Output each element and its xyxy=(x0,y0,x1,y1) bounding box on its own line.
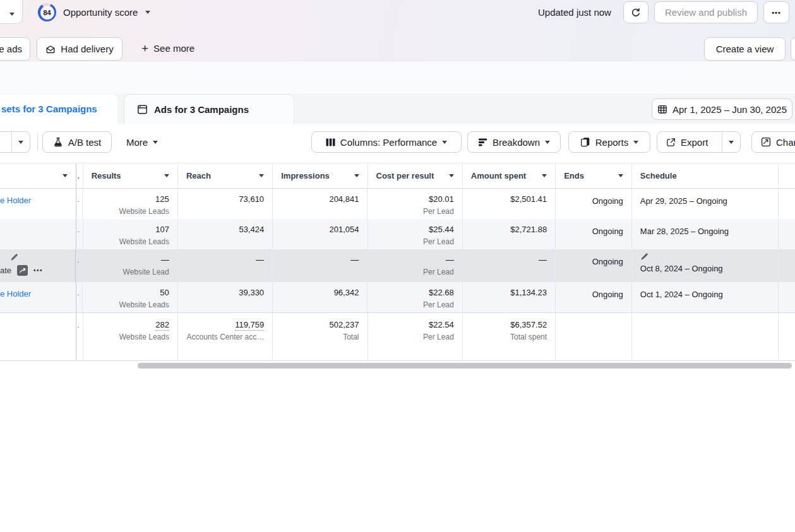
column-header-name[interactable] xyxy=(0,163,76,188)
chart-action-icon[interactable] xyxy=(17,265,28,276)
clipped-right-button[interactable] xyxy=(791,37,795,61)
metric-value: 125 xyxy=(91,194,169,204)
metric-value: 201,054 xyxy=(281,224,359,235)
filter-have-ads-label: e ads xyxy=(0,44,22,54)
edit-action[interactable] xyxy=(0,253,71,261)
cell-reach: — xyxy=(178,249,273,282)
more-options-button[interactable]: ••• xyxy=(763,1,789,23)
cell-cost: $22.68Per Lead xyxy=(368,282,462,312)
more-menu-button[interactable]: More xyxy=(126,131,158,153)
charts-icon xyxy=(761,137,771,147)
cell-impressions: 201,054 xyxy=(273,219,368,249)
metric-value: $1,134.23 xyxy=(471,287,547,298)
row-more-actions-button[interactable]: ••• xyxy=(33,267,43,274)
review-and-publish-button[interactable]: Review and publish xyxy=(654,1,758,23)
column-header-spent[interactable]: Amount spent xyxy=(463,163,556,188)
metric-value: 204,841 xyxy=(281,194,359,204)
tab-ads-label: Ads for 3 Campaigns xyxy=(154,104,249,115)
reports-icon xyxy=(580,137,590,147)
totals-value-underlined[interactable]: 119,759 xyxy=(235,320,264,331)
see-more-label: See more xyxy=(153,43,194,54)
reports-button[interactable]: Reports xyxy=(568,131,650,153)
totals-cell-results: 282Website Leads xyxy=(83,313,178,360)
column-header-reach[interactable]: Reach xyxy=(178,163,273,188)
totals-value: 502,237 xyxy=(281,319,359,330)
adset-name-link[interactable]: e Holder xyxy=(0,196,31,205)
column-header-cost[interactable]: Cost per result xyxy=(368,163,463,188)
clipped-column-fragment: . xyxy=(78,321,80,329)
cell-schedule: Oct 8, 2024 – Ongoing xyxy=(632,249,779,282)
totals-value: 282 xyxy=(92,319,169,330)
column-header-ends[interactable]: Ends xyxy=(556,163,632,188)
totals-value: $6,357.52 xyxy=(471,319,547,330)
filter-have-ads[interactable]: e ads xyxy=(0,37,30,61)
horizontal-scrollbar[interactable] xyxy=(138,363,792,369)
totals-cell-name xyxy=(0,313,76,360)
table-row[interactable]: .107Website Leads53,424201,054$25.44Per … xyxy=(0,219,795,249)
metric-sublabel: Website Leads xyxy=(91,300,169,310)
filter-had-delivery[interactable]: Had delivery xyxy=(37,37,123,61)
ab-test-button[interactable]: A/B test xyxy=(42,131,112,153)
cell-spent: $1,134.23 xyxy=(463,282,556,312)
cell-reach: 53,424 xyxy=(178,219,273,249)
totals-value: 119,759 xyxy=(186,319,264,330)
tab-ads[interactable]: Ads for 3 Campaigns xyxy=(124,94,294,124)
chevron-down-icon xyxy=(145,11,150,14)
tab-ad-sets[interactable]: sets for 3 Campaigns xyxy=(0,94,117,124)
totals-cell-reach: 119,759Accounts Center acc… xyxy=(178,313,273,360)
totals-sublabel: Total spent xyxy=(471,332,547,342)
clipped-split-button[interactable] xyxy=(0,131,30,153)
clipped-split-main[interactable] xyxy=(0,132,6,152)
chevron-down-icon xyxy=(545,141,550,144)
column-header-tail xyxy=(779,163,795,188)
ends-value: Ongoing xyxy=(564,226,623,237)
totals-value: $22.54 xyxy=(376,319,454,330)
cell-sliver: . xyxy=(76,219,83,249)
adsets-table: .ResultsReachImpressionsCost per resultA… xyxy=(0,163,795,361)
cell-reach: 73,610 xyxy=(178,189,273,219)
clipped-split-caret[interactable] xyxy=(11,132,30,152)
duplicate-action-partial-label[interactable]: ate xyxy=(0,266,11,275)
refresh-button[interactable] xyxy=(623,1,649,23)
totals-value-underlined[interactable]: 282 xyxy=(155,320,169,331)
metric-value: 73,610 xyxy=(186,194,264,204)
export-button[interactable]: Export xyxy=(657,132,717,152)
cell-sliver: . xyxy=(76,189,83,219)
column-header-impressions[interactable]: Impressions xyxy=(273,163,368,188)
create-a-view-label: Create a view xyxy=(716,44,774,54)
breakdown-button[interactable]: Breakdown xyxy=(467,131,561,153)
export-caret[interactable] xyxy=(722,132,740,152)
totals-sublabel: Accounts Center acc… xyxy=(186,332,264,342)
table-row[interactable]: ate•••.—Website Lead———Per Lead—OngoingO… xyxy=(0,249,795,282)
campaign-dropdown-button[interactable] xyxy=(0,0,23,24)
cell-tail xyxy=(779,249,795,282)
opportunity-score-dropdown[interactable]: Opportunity score xyxy=(63,7,150,18)
create-a-view-button[interactable]: Create a view xyxy=(704,37,786,61)
cell-results: —Website Lead xyxy=(83,249,177,282)
breakdown-icon xyxy=(478,138,487,147)
cell-ends: Ongoing xyxy=(556,282,632,312)
column-header-results[interactable]: Results xyxy=(83,163,178,188)
columns-button[interactable]: Columns: Performance xyxy=(311,131,462,153)
cell-name: ate••• xyxy=(0,249,76,282)
totals-cell-impressions: 502,237Total xyxy=(273,313,368,360)
see-more-filters-button[interactable]: + See more xyxy=(141,43,194,54)
table-row[interactable]: e Holder.125Website Leads73,610204,841$2… xyxy=(0,189,795,219)
reports-label: Reports xyxy=(595,137,629,148)
export-split-button[interactable]: Export xyxy=(657,131,741,153)
cell-results: 107Website Leads xyxy=(83,219,178,249)
column-header-schedule[interactable]: Schedule xyxy=(632,163,779,188)
chevron-down-icon xyxy=(9,13,15,16)
totals-cell-spent: $6,357.52Total spent xyxy=(463,313,556,360)
table-row[interactable]: e Holder.50Website Leads39,33096,342$22.… xyxy=(0,282,795,312)
more-dots-icon: ••• xyxy=(772,9,781,16)
cell-schedule: Apr 29, 2025 – Ongoing xyxy=(632,189,779,219)
ads-tab-icon xyxy=(137,104,148,115)
adset-name-link[interactable]: e Holder xyxy=(0,289,31,299)
tabs-zone: sets for 3 Campaigns Ads for 3 Campaigns… xyxy=(0,62,795,124)
charts-button[interactable]: Char xyxy=(751,131,795,153)
schedule-edit-icon[interactable] xyxy=(640,252,770,261)
date-range-button[interactable]: Apr 1, 2025 – Jun 30, 2025 xyxy=(652,98,792,120)
metric-value: 53,424 xyxy=(186,224,264,235)
cell-results: 50Website Leads xyxy=(83,282,177,312)
